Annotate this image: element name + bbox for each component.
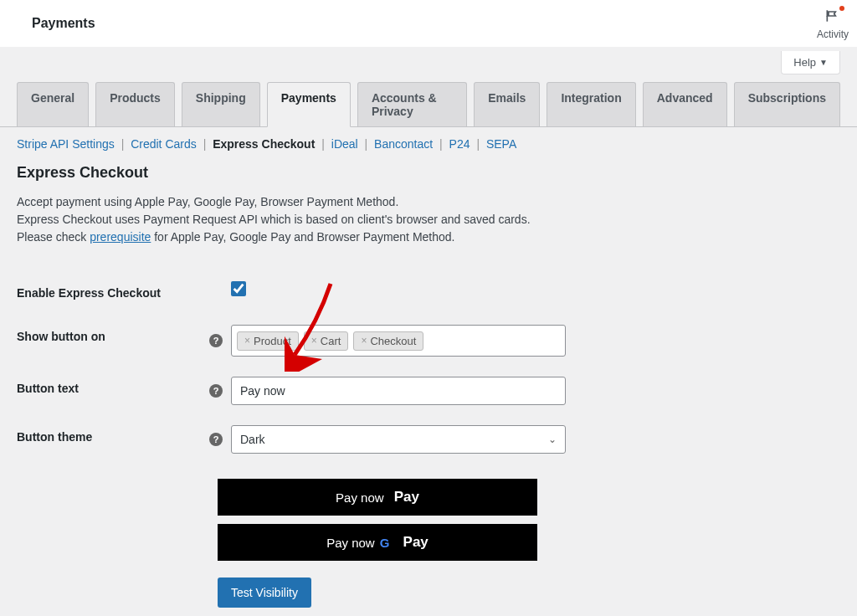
subnav-sepa[interactable]: SEPA <box>486 137 516 151</box>
tab-general[interactable]: General <box>17 82 89 126</box>
tab-emails[interactable]: Emails <box>474 82 540 126</box>
help-toggle[interactable]: Help ▼ <box>781 51 840 74</box>
help-icon[interactable]: ? <box>209 334 223 347</box>
enable-checkbox[interactable] <box>231 281 246 296</box>
button-theme-select[interactable]: Dark ⌄ <box>231 425 566 454</box>
subnav-stripe-api[interactable]: Stripe API Settings <box>17 137 115 151</box>
button-text-input[interactable] <box>231 377 566 405</box>
activity-label: Activity <box>817 28 849 40</box>
settings-section: Express Checkout Accept payment using Ap… <box>0 159 857 616</box>
subnav-ideal[interactable]: iDeal <box>331 137 358 151</box>
button-preview: Pay now Pay Pay now G Pay Test Visibilit… <box>218 479 840 608</box>
button-theme-label: Button theme <box>17 415 209 464</box>
sub-navigation: Stripe API Settings | Credit Cards | Exp… <box>0 127 857 159</box>
google-icon: G <box>380 536 390 550</box>
tag-cart: ×Cart <box>304 331 349 351</box>
tab-products[interactable]: Products <box>95 82 175 126</box>
help-icon[interactable]: ? <box>209 384 223 398</box>
apple-pay-preview-button[interactable]: Pay now Pay <box>218 479 537 516</box>
tag-checkout: ×Checkout <box>353 331 423 351</box>
subnav-bancontact[interactable]: Bancontact <box>374 137 433 151</box>
tab-advanced[interactable]: Advanced <box>643 82 727 126</box>
page-title: Payments <box>32 16 95 31</box>
enable-label: Enable Express Checkout <box>17 271 209 315</box>
show-on-select[interactable]: ×Product ×Cart ×Checkout <box>231 325 566 357</box>
remove-tag-icon[interactable]: × <box>244 335 250 346</box>
section-heading: Express Checkout <box>17 164 840 182</box>
remove-tag-icon[interactable]: × <box>361 335 367 346</box>
settings-form: Enable Express Checkout Show button on ?… <box>17 271 840 464</box>
subnav-p24[interactable]: P24 <box>449 137 470 151</box>
help-icon[interactable]: ? <box>209 433 223 446</box>
tab-payments[interactable]: Payments <box>267 82 351 127</box>
chevron-down-icon: ▼ <box>819 58 828 67</box>
activity-icon <box>824 8 841 28</box>
tag-product: ×Product <box>237 331 299 351</box>
tab-shipping[interactable]: Shipping <box>182 82 260 126</box>
remove-tag-icon[interactable]: × <box>311 335 317 346</box>
google-pay-preview-button[interactable]: Pay now G Pay <box>218 524 537 561</box>
subnav-credit-cards[interactable]: Credit Cards <box>131 137 197 151</box>
prerequisite-link[interactable]: prerequisite <box>90 230 151 244</box>
button-text-label: Button text <box>17 367 209 415</box>
chevron-down-icon: ⌄ <box>548 434 557 445</box>
show-on-label: Show button on <box>17 315 209 367</box>
section-description: Accept payment using Apple Pay, Google P… <box>17 193 840 246</box>
tab-subscriptions[interactable]: Subscriptions <box>734 82 840 126</box>
subnav-express-checkout[interactable]: Express Checkout <box>213 137 315 151</box>
test-visibility-button[interactable]: Test Visibility <box>218 578 311 608</box>
top-bar: Payments Activity <box>0 0 857 47</box>
activity-button[interactable]: Activity <box>817 8 849 40</box>
tab-bar: General Products Shipping Payments Accou… <box>0 47 857 127</box>
main-area: Help ▼ General Products Shipping Payment… <box>0 47 857 616</box>
tab-accounts-privacy[interactable]: Accounts & Privacy <box>357 82 467 126</box>
tab-integration[interactable]: Integration <box>547 82 635 126</box>
